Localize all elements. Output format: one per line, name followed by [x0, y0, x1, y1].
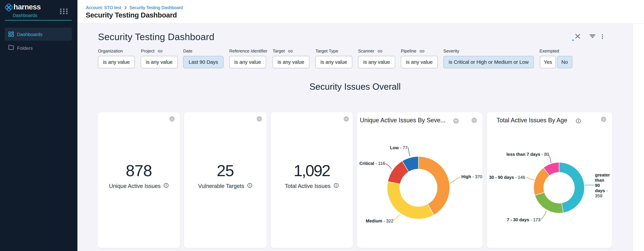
- svg-text:30 - 90 days - 146: 30 - 90 days - 146: [489, 175, 525, 180]
- svg-text:Medium - 322: Medium - 322: [366, 218, 394, 224]
- svg-text:90: 90: [595, 183, 600, 188]
- svg-text:days -: days -: [595, 188, 608, 193]
- svg-text:359: 359: [595, 193, 602, 198]
- svg-text:than: than: [595, 178, 604, 183]
- svg-text:Low - 77: Low - 77: [390, 145, 408, 150]
- svg-text:less than 7 days - 80: less than 7 days - 80: [506, 152, 549, 157]
- svg-text:greater: greater: [595, 172, 610, 178]
- svg-text:High - 370: High - 370: [461, 174, 482, 179]
- svg-text:7 - 30 days - 173: 7 - 30 days - 173: [507, 217, 540, 222]
- svg-text:Critical - 116: Critical - 116: [359, 161, 385, 166]
